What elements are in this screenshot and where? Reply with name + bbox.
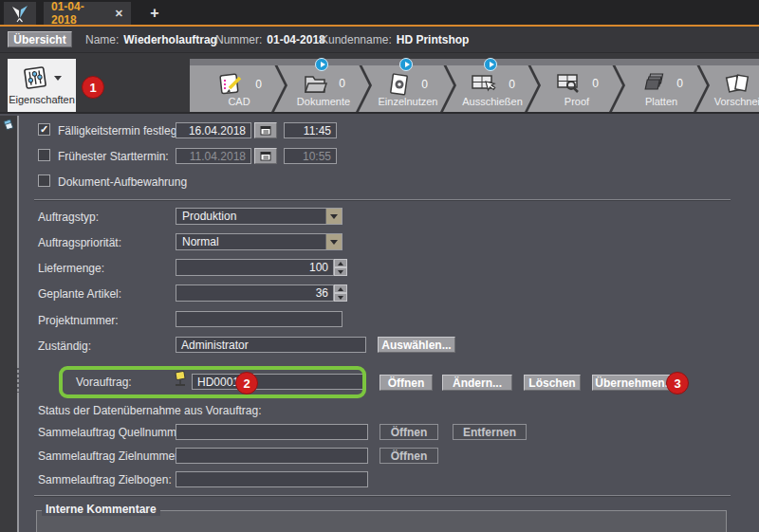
tab-job-title: 01-04-2018 <box>51 0 106 27</box>
quantity-field[interactable]: 100 <box>176 259 334 276</box>
previous-delete-button[interactable]: Löschen <box>524 375 581 391</box>
start-date-label: Frühester Starttermin: <box>58 150 169 163</box>
start-date-field[interactable]: 11.04.2018 <box>176 148 251 164</box>
step-proof[interactable]: 0 Proof <box>528 59 622 112</box>
properties-label: Eigenschaften <box>9 94 75 105</box>
annotation-badge-2: 2 <box>235 372 258 394</box>
comments-label: Interne Kommentare <box>42 503 160 516</box>
job-link-icon <box>174 371 187 388</box>
due-date-field[interactable]: 16.04.2018 <box>176 122 251 138</box>
proof-magnifier-icon <box>555 72 582 95</box>
annotation-badge-1: 1 <box>82 76 104 99</box>
separator <box>34 199 731 200</box>
collective-source-open-button[interactable]: Öffnen <box>380 424 438 440</box>
properties-button[interactable]: Eigenschaften <box>8 59 76 112</box>
due-date-label: Fälligkeitstermin festlegen: <box>58 124 193 138</box>
step-label: Einzelnutzen <box>359 96 454 107</box>
job-type-dropdown-button[interactable] <box>325 209 342 224</box>
collective-source-remove-button[interactable]: Entfernen <box>453 424 527 440</box>
chevron-down-icon[interactable] <box>54 76 62 81</box>
collective-target-label: Sammelauftrag Zielnummern: <box>38 449 188 463</box>
collective-target-open-button[interactable]: Öffnen <box>380 448 438 464</box>
previous-job-field[interactable]: HD0001 <box>192 374 366 390</box>
arrow-down-icon <box>338 296 343 300</box>
stepper-up-button[interactable] <box>334 259 347 267</box>
responsible-label: Zuständig: <box>38 339 91 353</box>
step-label: Dokumente <box>274 96 369 107</box>
collective-source-label: Sammelauftrag Quellnummern: <box>38 426 196 439</box>
job-type-select[interactable]: Produktion <box>176 208 342 225</box>
priority-dropdown-button[interactable] <box>325 234 342 249</box>
stepper-down-button[interactable] <box>334 267 347 276</box>
pdf-page-icon <box>388 72 411 97</box>
step-label: Ausschießen <box>443 96 538 107</box>
step-count: 0 <box>592 77 599 90</box>
cut-sheets-icon <box>725 72 750 95</box>
priority-label: Auftragspriorität: <box>38 236 121 249</box>
imposition-hand-icon <box>470 72 498 97</box>
collective-sheet-field[interactable] <box>176 471 368 487</box>
arrow-up-icon <box>338 262 343 266</box>
start-date-checkbox[interactable] <box>38 149 50 161</box>
project-number-field[interactable] <box>176 311 342 327</box>
priority-value: Normal <box>176 234 325 249</box>
job-header: Übersicht Name:Wiederholauftrag Nummer:0… <box>0 27 759 53</box>
step-cad[interactable]: 0 CAD <box>190 59 285 112</box>
start-time-field[interactable]: 10:55 <box>284 148 337 164</box>
job-customer: Kundenname:HD Printshop <box>321 33 469 46</box>
job-type-label: Auftragstyp: <box>38 211 99 224</box>
collective-target-field[interactable] <box>176 448 368 464</box>
articles-field[interactable]: 36 <box>176 284 334 302</box>
app-logo-icon <box>9 4 30 23</box>
sliders-icon <box>22 64 48 91</box>
due-date-checkbox[interactable]: ✓ <box>38 123 50 136</box>
play-badge-ausschiessen <box>484 58 497 71</box>
due-date-calendar-button[interactable] <box>254 122 277 138</box>
splitter-handle[interactable] <box>17 368 19 393</box>
arrow-up-icon <box>338 287 343 291</box>
step-count: 0 <box>255 78 262 91</box>
step-label: Platten <box>612 96 707 107</box>
previous-apply-button[interactable]: Übernehmen... <box>592 375 677 391</box>
panel-splitter[interactable] <box>17 116 19 532</box>
step-count: 0 <box>509 78 515 91</box>
stepper-down-button[interactable] <box>334 293 347 302</box>
app-logo-tile[interactable] <box>4 2 36 25</box>
articles-stepper[interactable] <box>334 284 347 302</box>
retention-checkbox[interactable] <box>38 174 50 187</box>
responsible-field[interactable]: Administrator <box>176 337 366 353</box>
separator <box>34 495 731 496</box>
arrow-down-icon <box>338 270 343 274</box>
play-badge-einzelnutzen <box>399 58 413 71</box>
stepper-up-button[interactable] <box>334 284 347 293</box>
ribbon-strip <box>190 59 759 65</box>
folder-icon <box>302 72 328 95</box>
cad-icon <box>216 72 245 97</box>
step-count: 0 <box>339 77 345 90</box>
chevron-down-icon <box>330 240 338 245</box>
previous-open-button[interactable]: Öffnen <box>380 375 433 391</box>
previous-change-button[interactable]: Ändern... <box>442 375 512 391</box>
notes-icon[interactable] <box>2 119 15 132</box>
calendar-icon <box>260 125 271 136</box>
project-number-label: Projektnummer: <box>38 314 119 327</box>
quantity-label: Liefermenge: <box>38 262 104 275</box>
calendar-icon <box>260 151 271 161</box>
overview-button[interactable]: Übersicht <box>8 31 72 47</box>
play-badge-dokumente <box>315 58 328 71</box>
job-name: Name:Wiederholauftrag <box>85 33 217 46</box>
quantity-stepper[interactable] <box>334 259 347 276</box>
tab-close-icon[interactable]: ✕ <box>115 8 123 20</box>
step-label: Proof <box>528 96 622 107</box>
start-date-calendar-button[interactable] <box>254 148 277 164</box>
collective-source-field[interactable] <box>176 424 368 440</box>
due-time-field[interactable]: 11:45 <box>284 122 337 138</box>
new-tab-button[interactable]: + <box>140 2 169 25</box>
step-label: CAD <box>190 96 285 107</box>
collective-sheet-label: Sammelauftrag Zielbogen: <box>38 473 172 486</box>
tab-job[interactable]: 01-04-2018 ✕ <box>44 2 131 25</box>
priority-select[interactable]: Normal <box>176 233 342 250</box>
select-responsible-button[interactable]: Auswählen... <box>378 337 455 353</box>
transfer-status-label: Status der Datenübernahme aus Vorauftrag… <box>38 404 261 417</box>
step-platten[interactable]: 0 Platten <box>612 59 707 112</box>
